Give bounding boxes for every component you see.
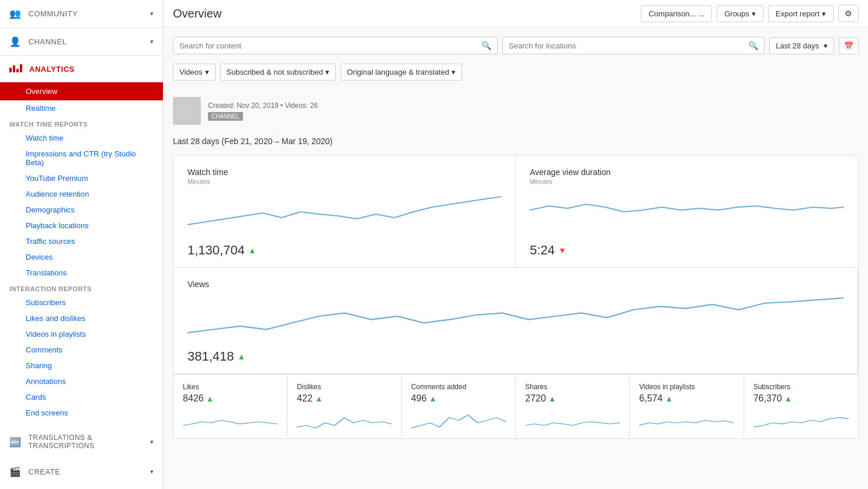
stat-title: Videos in playlists [639,383,734,391]
sidebar-nav-subscribers[interactable]: Subscribers [0,295,163,310]
groups-chevron-icon: ▾ [752,9,756,18]
stat-cell-likes: Likes 8426 ▲ [173,375,287,438]
sidebar-nav-likes-dislikes[interactable]: Likes and dislikes [0,310,163,326]
search-content-input[interactable] [179,41,477,50]
stat-mini-chart [411,407,506,431]
watch-time-chart [188,190,501,236]
sidebar-nav-translations[interactable]: Translations [0,265,163,281]
stat-value: 6,574 ▲ [639,393,734,404]
stat-mini-chart [525,407,620,431]
search-locations-icon: 🔍 [748,41,758,50]
stat-mini-chart [183,407,277,431]
content-area: 🔍 🔍 Last 28 days ▾ 📅 Videos ▾ Subscribed… [164,27,868,489]
translations-icon: 🔤 [9,436,22,448]
subscribed-filter[interactable]: Subscribed & not subscribed ▾ [220,64,336,81]
stat-value: 8426 ▲ [183,393,277,404]
avg-view-duration-subtitle: Minutes [530,178,844,185]
sidebar-nav-cards[interactable]: Cards [0,389,163,405]
charts-grid: Watch time Minutes 1,130,704 ▲ Average v… [173,155,859,375]
search-locations-input[interactable] [509,41,744,50]
comparison-button[interactable]: Comparison... ... [641,5,712,22]
sidebar-nav-demographics[interactable]: Demographics [0,202,163,218]
stat-title: Dislikes [297,383,391,391]
stat-title: Comments added [411,383,506,391]
stat-mini-chart [639,407,734,431]
date-range-label: Last 28 days (Feb 21, 2020 – Mar 19, 202… [173,137,859,146]
stat-trend-icon: ▲ [665,394,673,403]
stat-value: 2720 ▲ [525,393,620,404]
channel-info: Created: Nov 20, 2019 • Videos: 26 CHANN… [173,90,859,132]
top-bar: Overview Comparison... ... Groups ▾ Expo… [164,0,868,27]
stat-title: Subscribers [754,383,849,391]
sidebar-item-community[interactable]: 👥 COMMUNITY ▾ [0,2,163,25]
settings-button[interactable]: ⚙ [838,5,859,22]
channel-tag: CHANNEL [208,112,243,121]
filters-row-1: 🔍 🔍 Last 28 days ▾ 📅 [173,37,859,54]
stat-cell-dislikes: Dislikes 422 ▲ [287,375,401,438]
sidebar-nav-overview[interactable]: Overview [0,82,163,100]
stats-grid: Likes 8426 ▲ Dislikes 422 ▲ Comments add… [173,375,859,439]
sidebar-nav-sharing[interactable]: Sharing [0,358,163,373]
channel-details: Created: Nov 20, 2019 • Videos: 26 CHANN… [208,102,318,121]
analytics-icon [9,64,22,74]
channel-icon: 👤 [9,36,22,47]
calendar-button[interactable]: 📅 [839,37,859,54]
interaction-reports-label: Interaction reports [0,281,163,295]
sidebar-item-translations[interactable]: 🔤 TRANSLATIONS & TRANSCRIPTIONS ▾ [0,428,163,456]
sidebar-nav-devices[interactable]: Devices [0,249,163,265]
sidebar-nav-playback-locations[interactable]: Playback locations [0,218,163,233]
sidebar-nav-comments[interactable]: Comments [0,342,163,358]
watch-time-value: 1,130,704 ▲ [188,243,501,258]
filters-row-2: Videos ▾ Subscribed & not subscribed ▾ O… [173,64,859,81]
stat-value: 422 ▲ [297,393,391,404]
stat-cell-shares: Shares 2720 ▲ [516,375,630,438]
stat-trend-icon: ▲ [548,394,557,403]
stat-cell-videos-in-playlists: Videos in playlists 6,574 ▲ [630,375,744,438]
translations-chevron: ▾ [150,438,154,446]
sidebar-nav-audience-retention[interactable]: Audience retention [0,186,163,202]
create-icon: 🎬 [9,466,22,477]
main-content: Overview Comparison... ... Groups ▾ Expo… [164,0,868,489]
export-button[interactable]: Export report ▾ [768,5,834,22]
sidebar-item-create[interactable]: 🎬 CREATE ▾ [0,460,163,483]
language-filter[interactable]: Original language & translated ▾ [341,64,462,81]
sidebar-nav-watch-time[interactable]: Watch time [0,130,163,146]
avg-view-duration-title: Average view duration [530,167,844,177]
watch-time-subtitle: Minutes [188,178,501,185]
analytics-header: ANALYTICS [0,58,163,80]
stat-value: 496 ▲ [411,393,506,404]
videos-filter[interactable]: Videos ▾ [173,64,216,81]
channel-created: Created: Nov 20, 2019 • Videos: 26 [208,102,318,110]
watch-time-cell: Watch time Minutes 1,130,704 ▲ [173,156,516,268]
views-value: 381,418 ▲ [188,349,843,364]
date-range-picker[interactable]: Last 28 days ▾ [769,37,834,54]
sidebar-nav-end-screens[interactable]: End screens [0,405,163,421]
sidebar-nav-videos-in-playlists[interactable]: Videos in playlists [0,326,163,342]
stat-trend-icon: ▲ [315,394,323,403]
page-title: Overview [173,7,636,20]
avg-view-duration-value: 5:24 ▼ [530,243,844,258]
views-trend-icon: ▲ [238,352,246,361]
sidebar-nav-realtime[interactable]: Realtime [0,100,163,116]
stat-trend-icon: ▲ [429,394,437,403]
sidebar-item-channel[interactable]: 👤 CHANNEL ▾ [0,30,163,53]
stat-mini-chart [754,407,849,431]
sidebar-nav-impressions-ctr[interactable]: Impressions and CTR (try Studio Beta) [0,146,163,170]
export-chevron-icon: ▾ [822,9,826,18]
groups-button[interactable]: Groups ▾ [717,5,763,22]
channel-chevron: ▾ [150,38,154,46]
sidebar-nav-annotations[interactable]: Annotations [0,373,163,389]
search-content-box[interactable]: 🔍 [173,37,498,54]
stat-cell-comments-added: Comments added 496 ▲ [402,375,516,438]
sidebar-nav-youtube-premium[interactable]: YouTube Premium [0,170,163,186]
sidebar-nav-traffic-sources[interactable]: Traffic sources [0,233,163,249]
stat-trend-icon: ▲ [784,394,793,403]
date-picker-chevron: ▾ [824,41,828,50]
community-icon: 👥 [9,8,22,19]
views-chart [188,290,843,343]
watch-time-trend-icon: ▲ [248,246,256,255]
search-content-icon: 🔍 [481,41,491,50]
videos-chevron-icon: ▾ [205,68,209,76]
sidebar: 👥 COMMUNITY ▾ 👤 CHANNEL ▾ ANALYTICS Over [0,0,164,489]
search-locations-box[interactable]: 🔍 [502,37,765,54]
